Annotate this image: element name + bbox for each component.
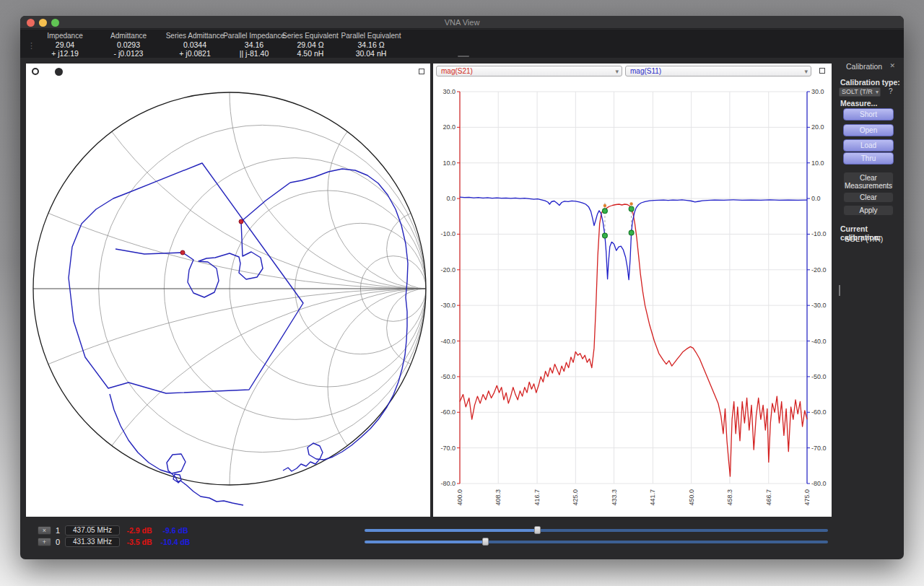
slider-handle[interactable] xyxy=(534,526,541,534)
svg-text:408.3: 408.3 xyxy=(494,489,502,506)
calibration-panel-title: Calibration xyxy=(846,62,882,71)
svg-text:-40.0: -40.0 xyxy=(440,338,456,345)
svg-text:-80.0: -80.0 xyxy=(811,480,827,487)
marker-s11-value: -10.4 dB xyxy=(157,538,194,546)
smith-chart-panel xyxy=(26,64,430,517)
marker-slider[interactable] xyxy=(365,529,828,532)
marker-s11-value: -9.6 dB xyxy=(157,526,194,535)
calibration-panel: Calibration ✕ Calibration type: SOLT (T/… xyxy=(834,61,904,517)
magnitude-plot-panel: mag(S21) ▾ mag(S11) ▾ 30.030.020.020.010… xyxy=(433,64,832,517)
calibration-type-select[interactable]: SOLT (T/R ▾ xyxy=(839,87,881,97)
chevron-down-icon: ▾ xyxy=(876,88,879,96)
svg-text:20.0: 20.0 xyxy=(811,123,824,131)
measure-open-button[interactable]: Open xyxy=(843,124,894,136)
svg-text:400.0: 400.0 xyxy=(456,489,463,506)
apply-button[interactable]: Apply xyxy=(843,205,894,216)
marker-slider[interactable] xyxy=(365,541,828,543)
measure-load-button[interactable]: Load xyxy=(843,139,894,152)
svg-text:458.3: 458.3 xyxy=(726,489,733,506)
slider-handle[interactable] xyxy=(482,538,489,546)
svg-text:-60.0: -60.0 xyxy=(440,408,456,416)
marker-index: 0 xyxy=(54,538,61,546)
splitter-handle[interactable] xyxy=(839,285,840,296)
svg-text:10.0: 10.0 xyxy=(811,159,824,167)
svg-text:0.0: 0.0 xyxy=(811,195,821,202)
svg-text:0.0: 0.0 xyxy=(446,195,456,202)
window-title: VNA View xyxy=(20,16,904,29)
help-button[interactable]: ? xyxy=(889,87,893,95)
svg-text:-10.0: -10.0 xyxy=(440,230,456,237)
svg-text:441.7: 441.7 xyxy=(649,489,656,506)
clear-button[interactable]: Clear xyxy=(843,192,894,203)
measure-label: Measure... xyxy=(840,99,877,108)
readout-header: ⋮ Impedance 29.04 + j12.19 Admittance 0.… xyxy=(20,30,904,58)
svg-text:30.0: 30.0 xyxy=(443,88,456,95)
svg-text:-80.0: -80.0 xyxy=(440,480,456,487)
stat-series-equivalent: Series Equivalent 29.04 Ω 4.50 nH xyxy=(277,32,344,58)
marker-row-0: + 0 431.33 MHz -3.5 dB -10.4 dB xyxy=(20,538,904,548)
add-marker-button[interactable]: + xyxy=(38,538,51,546)
remove-marker-button[interactable]: × xyxy=(38,526,51,535)
svg-text:475.0: 475.0 xyxy=(803,489,811,506)
svg-text:-40.0: -40.0 xyxy=(811,338,827,345)
svg-text:-30.0: -30.0 xyxy=(811,302,827,309)
svg-text:425.0: 425.0 xyxy=(572,489,579,506)
svg-text:20.0: 20.0 xyxy=(443,123,456,131)
svg-text:-70.0: -70.0 xyxy=(440,445,456,452)
svg-text:-30.0: -30.0 xyxy=(440,302,456,309)
svg-text:-50.0: -50.0 xyxy=(440,373,456,380)
smith-mode-ring-icon[interactable] xyxy=(32,68,39,75)
svg-text:10.0: 10.0 xyxy=(443,159,456,167)
stat-parallel-equivalent: Parallel Equivalent 34.16 Ω 30.04 nH xyxy=(335,32,407,58)
marker-frequency-field[interactable]: 431.33 MHz xyxy=(65,537,120,547)
stat-impedance: Impedance 29.04 + j12.19 xyxy=(32,32,98,58)
svg-text:-20.0: -20.0 xyxy=(811,266,827,274)
marker-index: 1 xyxy=(54,526,61,535)
calibration-type-label: Calibration type: xyxy=(840,78,900,87)
svg-text:-70.0: -70.0 xyxy=(811,445,827,452)
svg-text:-20.0: -20.0 xyxy=(440,266,456,274)
svg-text:-60.0: -60.0 xyxy=(811,408,827,416)
svg-text:450.0: 450.0 xyxy=(688,489,695,506)
svg-text:30.0: 30.0 xyxy=(811,88,824,95)
svg-text:-50.0: -50.0 xyxy=(811,373,827,380)
measure-thru-button[interactable]: Thru xyxy=(843,152,894,165)
svg-text:416.7: 416.7 xyxy=(533,489,541,506)
clear-measurements-button[interactable]: Clear Measurements xyxy=(843,172,894,189)
pane-resize-handle[interactable] xyxy=(458,56,469,57)
measure-short-button[interactable]: Short xyxy=(843,108,894,121)
smith-chart[interactable] xyxy=(26,64,430,517)
svg-text:466.7: 466.7 xyxy=(765,489,772,506)
stat-admittance: Admittance 0.0293 - j0.0123 xyxy=(95,32,162,58)
marker-frequency-field[interactable]: 437.05 MHz xyxy=(65,525,120,535)
smith-maximize-icon[interactable] xyxy=(419,69,424,74)
marker-row-1: × 1 437.05 MHz -2.9 dB -9.6 dB xyxy=(20,526,904,536)
svg-text:-10.0: -10.0 xyxy=(811,230,827,237)
magnitude-plot[interactable]: 30.030.020.020.010.010.00.00.0-10.0-10.0… xyxy=(433,64,832,517)
title-bar: VNA View xyxy=(20,16,904,29)
marker-s21-value: -3.5 dB xyxy=(122,538,157,546)
close-icon[interactable]: ✕ xyxy=(889,62,895,69)
svg-text:433.3: 433.3 xyxy=(611,489,618,506)
current-calibration-value: SOLT (T/R) xyxy=(845,235,883,243)
app-window: VNA View ⋮ Impedance 29.04 + j12.19 Admi… xyxy=(20,16,904,559)
marker-s21-value: -2.9 dB xyxy=(122,526,157,535)
smith-mode-dot-icon[interactable] xyxy=(55,68,63,76)
